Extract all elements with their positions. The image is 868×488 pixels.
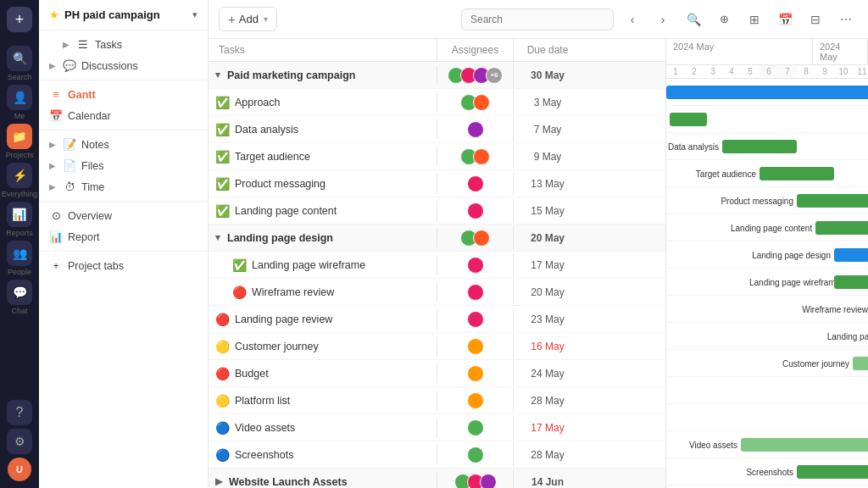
cell-due-date: 23 May [514,310,581,329]
calendar-icon-tb[interactable]: 📅 [773,8,797,31]
nav-item-tasks[interactable]: ▶ ☰ Tasks [39,34,208,55]
bar-label: Data analysis [666,142,719,152]
table-row[interactable]: ✅Data analysis7 May [209,116,665,143]
table-row[interactable]: ▶Website Launch Assets14 Jun [209,469,665,488]
everything-icon[interactable]: ⚡ [7,163,32,188]
status-inprogress-icon: 🔴 [232,286,247,299]
cell-assignees [437,416,514,440]
nav-prev-icon[interactable]: ‹ [620,8,644,31]
avatar [473,148,490,165]
status-complete-icon: ✅ [232,258,247,272]
search-icon[interactable]: 🔍 [7,46,32,71]
cell-assignees [437,362,514,385]
task-rows: ▾Paid marketing campaign+630 May✅Approac… [209,62,665,488]
table-row[interactable]: 🔵Screenshots28 May [209,441,665,469]
day-1: 1 [666,65,685,78]
table-row[interactable]: 🟡Platform list28 May [209,387,665,414]
zoom-out-icon[interactable]: 🔍 [682,8,705,31]
projects-icon[interactable]: 📁 [7,124,32,149]
sidebar-add[interactable]: + [7,7,32,32]
cell-task: ✅Product messaging [209,174,437,194]
sidebar-reports[interactable]: 📊 Reports [6,202,33,237]
time-icon: ⏱ [63,180,76,193]
bar-label: Customer journey [768,359,849,369]
nav-item-overview[interactable]: ⊙ Overview [39,205,208,226]
gantt-label: Gantt [68,89,96,101]
more-icon[interactable]: ⋯ [834,8,858,31]
table-row[interactable]: ▾Paid marketing campaign+630 May [209,62,665,89]
nav-next-icon[interactable]: › [651,8,675,31]
nav-item-files[interactable]: ▶ 📄 Files [39,155,208,176]
table-row[interactable]: ✅Landing page wireframe17 May [209,252,665,279]
cell-task: 🔴Landing page review [209,309,437,330]
day-3: 3 [704,65,722,78]
gantt-bar [722,140,797,153]
me-icon[interactable]: 👤 [7,85,32,110]
table-row[interactable]: ▾Landing page design20 May [209,225,665,252]
cell-assignees [437,308,514,331]
cell-assignees [437,335,514,358]
task-name: Platform list [235,395,290,407]
filter-icon[interactable]: ⊟ [804,8,827,31]
table-row[interactable]: ✅Landing page content15 May [209,197,665,225]
reports-icon[interactable]: 📊 [7,202,32,227]
chevron-down-icon[interactable]: ▾ [215,232,220,243]
cell-assignees [437,172,514,196]
cell-assignees: +6 [437,64,514,87]
table-row[interactable]: 🔵Video assets17 May [209,414,665,441]
chat-icon[interactable]: 💬 [7,280,32,305]
help-icon[interactable]: ? [7,400,32,425]
nav-item-time[interactable]: ▶ ⏱ Time [39,176,208,197]
cell-due-date: 28 May [514,391,581,410]
sidebar-settings[interactable]: ⚙ [7,429,32,454]
cell-due-date: 20 May [514,283,581,302]
table-row[interactable]: 🔴Budget24 May [209,360,665,387]
avatar [467,365,484,382]
table-row[interactable]: 🟡Customer journey16 May [209,333,665,360]
chart-row: Target audience [666,160,868,187]
dropdown-arrow-icon[interactable]: ▾ [192,9,198,20]
avatar-group [467,338,484,355]
add-button[interactable]: + Add ▾ [219,7,277,31]
avatar-group [467,202,484,219]
notes-label: Notes [81,139,109,151]
chevron-right-icon[interactable]: ▶ [215,476,222,487]
table-row[interactable]: 🔴Landing page review23 May [209,306,665,333]
nav-item-notes[interactable]: ▶ 📝 Notes [39,134,208,155]
task-name: Landing page review [235,313,332,325]
avatar-group [454,474,497,489]
zoom-in-icon[interactable]: ⊕ [712,8,736,31]
task-name: Data analysis [235,124,298,136]
table-row[interactable]: ✅Approach3 May [209,89,665,116]
sidebar-people[interactable]: 👥 People [7,241,32,276]
nav-item-gantt[interactable]: ≡ Gantt [39,84,208,105]
grid-icon[interactable]: ⊞ [743,8,766,31]
gantt-bar [797,465,868,479]
sidebar-projects[interactable]: 📁 Projects [6,124,34,159]
settings-icon[interactable]: ⚙ [7,429,32,454]
sidebar-chat[interactable]: 💬 Chat [7,280,32,315]
chevron-down-icon[interactable]: ▾ [215,69,220,80]
overview-label: Overview [68,210,112,222]
table-row[interactable]: ✅Target audience9 May [209,143,665,170]
sidebar-me[interactable]: 👤 Me [7,85,32,120]
nav-item-project-tabs[interactable]: + Project tabs [39,255,208,276]
table-row[interactable]: 🔴Wireframe review20 May [209,279,665,306]
chart-row: Wireframe review [666,296,868,323]
sidebar-search[interactable]: 🔍 Search [7,46,32,81]
nav-item-calendar[interactable]: 📅 Calendar [39,105,208,126]
sidebar-everything[interactable]: ⚡ Everything [2,163,38,198]
search-input[interactable] [461,8,614,30]
user-avatar[interactable]: U [8,458,31,481]
global-add-button[interactable]: + [7,7,32,32]
nav-item-report[interactable]: 📊 Report [39,226,208,247]
gantt-bar [853,357,868,370]
gantt-container: Tasks Assignees Due date ▾Paid marketing… [209,39,868,488]
cell-task: 🔵Video assets [209,418,437,438]
nav-item-discussions[interactable]: ▶ 💬 Discussions [39,55,208,76]
sidebar-help[interactable]: ? [7,400,32,425]
table-row[interactable]: ✅Product messaging13 May [209,170,665,197]
task-name: Wireframe review [252,286,334,298]
people-icon[interactable]: 👥 [7,241,32,266]
sidebar-avatar[interactable]: U [8,458,31,481]
